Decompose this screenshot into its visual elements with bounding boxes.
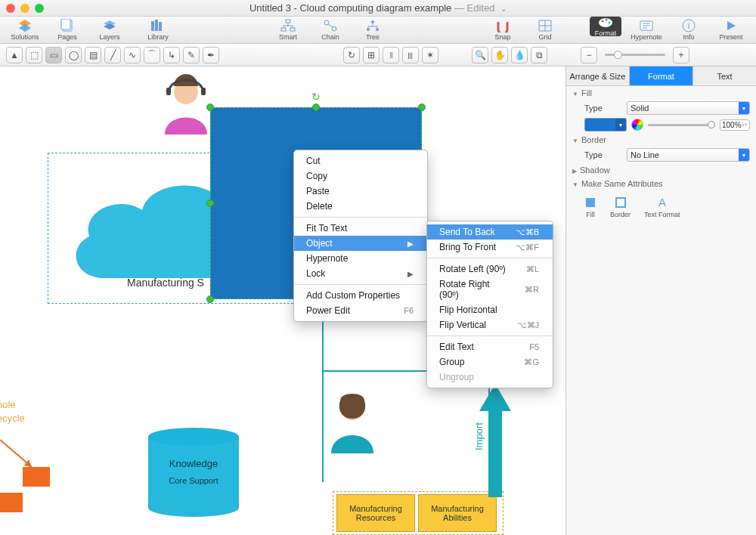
line-tool[interactable]: ╱ xyxy=(104,47,121,63)
zoom-out-icon[interactable]: − xyxy=(581,47,597,63)
layers-button[interactable]: Layers xyxy=(92,19,127,41)
snap-button[interactable]: Snap xyxy=(485,19,520,41)
ellipse-tool[interactable]: ◯ xyxy=(65,47,82,63)
canvas-workspace[interactable]: Manufacturing S ↻ Knowledge Core Support xyxy=(0,66,565,535)
attr-border-button[interactable]: Border xyxy=(610,195,631,218)
distribute-tool[interactable]: ⫼ xyxy=(402,47,419,63)
group-tool[interactable]: ⊞ xyxy=(363,47,380,63)
ctx-bring-to-front[interactable]: Bring To Front⌥⌘F xyxy=(427,240,553,255)
orange-shape[interactable] xyxy=(0,493,23,512)
pages-button[interactable]: Pages xyxy=(50,19,85,41)
exchange-tool[interactable]: ✶ xyxy=(422,47,438,63)
crop-tool[interactable]: ⧉ xyxy=(531,47,547,63)
close-icon[interactable] xyxy=(6,4,15,13)
resize-handle[interactable] xyxy=(312,104,320,111)
present-button[interactable]: Present xyxy=(714,19,748,41)
ctx-flip-vertical[interactable]: Flip Vertical⌥⌘J xyxy=(427,317,553,332)
connector-tool[interactable]: ↳ xyxy=(163,47,180,63)
tab-text[interactable]: Text xyxy=(693,66,756,85)
ctx-group[interactable]: Group⌘G xyxy=(427,354,553,370)
spline-tool[interactable]: ∿ xyxy=(124,47,141,63)
svg-rect-27 xyxy=(201,88,206,95)
section-border[interactable]: Border xyxy=(566,133,756,147)
rotate-handle-icon[interactable]: ↻ xyxy=(311,91,322,101)
manufacturing-abilities-box[interactable]: Manufacturing Abilities xyxy=(418,494,497,532)
ctx-edit-text[interactable]: Edit TextF5 xyxy=(427,339,553,354)
grid-button[interactable]: Grid xyxy=(528,19,562,41)
border-type-select[interactable]: No Line▾ xyxy=(627,148,750,162)
marquee-tool[interactable]: ⬚ xyxy=(26,47,42,63)
info-button[interactable]: iInfo xyxy=(671,19,706,41)
window-controls xyxy=(6,4,44,13)
zoom-slider[interactable] xyxy=(605,54,665,56)
chevron-down-icon: ▾ xyxy=(615,119,626,131)
fill-type-select[interactable]: Solid▾ xyxy=(627,101,750,115)
person-icon[interactable] xyxy=(324,387,381,453)
svg-marker-5 xyxy=(104,23,116,29)
ctx-copy[interactable]: Copy xyxy=(294,169,427,184)
pen-tool[interactable]: ✒ xyxy=(203,47,219,63)
minimize-icon[interactable] xyxy=(20,4,29,13)
ctx-cut[interactable]: Cut xyxy=(294,153,427,169)
svg-marker-24 xyxy=(727,21,736,30)
resize-handle[interactable] xyxy=(418,104,426,111)
chevron-right-icon: ▶ xyxy=(407,240,414,248)
chevron-down-icon: ▾ xyxy=(739,102,749,114)
attr-fill-button[interactable]: Fill xyxy=(584,195,596,218)
smart-button[interactable]: Smart xyxy=(271,19,305,41)
attr-text-button[interactable]: AText Format xyxy=(644,195,680,218)
svg-rect-11 xyxy=(290,28,295,31)
resize-handle[interactable] xyxy=(206,295,214,303)
rotate-tool[interactable]: ↻ xyxy=(343,47,360,63)
fill-type-label: Type xyxy=(584,104,622,113)
color-wheel-icon[interactable] xyxy=(631,119,643,131)
svg-marker-1 xyxy=(19,24,31,32)
svg-rect-8 xyxy=(159,22,162,31)
chain-button[interactable]: Chain xyxy=(313,19,348,41)
ctx-send-to-back[interactable]: Send To Back⌥⌘B xyxy=(427,224,553,240)
hand-tool[interactable]: ✋ xyxy=(491,47,508,63)
section-make-same[interactable]: Make Same Attributes xyxy=(566,177,756,190)
manufacturing-resources-box[interactable]: Manufacturing Resources xyxy=(336,494,415,532)
solutions-button[interactable]: Solutions xyxy=(8,19,42,41)
ctx-add-custom-properties[interactable]: Add Custom Properties xyxy=(294,288,427,303)
support-agent-icon[interactable] xyxy=(156,71,216,135)
section-shadow[interactable]: Shadow xyxy=(566,163,756,177)
ctx-rotate-right[interactable]: Rotate Right (90º)⌘R xyxy=(427,277,553,302)
pencil-tool[interactable]: ✎ xyxy=(183,47,200,63)
ctx-lock[interactable]: Lock▶ xyxy=(294,266,427,281)
inspector-tabs: Arrange & Size Format Text xyxy=(566,66,756,86)
ctx-rotate-left[interactable]: Rotate Left (90º)⌘L xyxy=(427,261,553,277)
ctx-power-edit[interactable]: Power EditF6 xyxy=(294,303,427,318)
ctx-object[interactable]: Object▶ xyxy=(294,236,427,251)
hypernote-button[interactable]: Hypernote xyxy=(629,19,664,41)
text-tool[interactable]: ▤ xyxy=(85,47,101,63)
tab-format[interactable]: Format xyxy=(630,66,693,85)
rectangle-tool[interactable]: ▭ xyxy=(45,47,62,63)
resize-handle[interactable] xyxy=(206,199,214,207)
library-button[interactable]: Library xyxy=(141,19,175,41)
fill-color-swatch[interactable]: ▾ xyxy=(584,118,627,131)
align-tool[interactable]: ⫴ xyxy=(383,47,399,63)
ctx-hypernote[interactable]: Hypernote xyxy=(294,251,427,266)
opacity-slider[interactable] xyxy=(648,124,715,126)
maximize-icon[interactable] xyxy=(35,4,44,13)
database-cylinder[interactable]: Knowledge Core Support xyxy=(148,428,239,517)
svg-point-19 xyxy=(606,18,608,20)
ctx-fit-to-text[interactable]: Fit To Text xyxy=(294,221,427,236)
pointer-tool[interactable]: ▲ xyxy=(6,47,23,63)
zoom-in-icon[interactable]: + xyxy=(673,47,689,63)
ctx-delete[interactable]: Delete xyxy=(294,199,427,214)
ctx-paste[interactable]: Paste xyxy=(294,184,427,199)
opacity-value[interactable]: 100%▵▿ xyxy=(720,119,750,131)
arc-tool[interactable]: ⌒ xyxy=(144,47,160,63)
format-button[interactable]: Format xyxy=(590,17,621,36)
tree-button[interactable]: Tree xyxy=(355,19,390,41)
section-fill[interactable]: Fill xyxy=(566,86,756,100)
zoom-tool[interactable]: 🔍 xyxy=(472,47,488,63)
eyedropper-tool[interactable]: 💧 xyxy=(511,47,528,63)
chevron-down-icon[interactable]: ⌄ xyxy=(500,5,507,13)
document-title: Untitled 3 - Cloud computing diagram exa… xyxy=(249,2,451,14)
ctx-flip-horizontal[interactable]: Flip Horizontal xyxy=(427,302,553,317)
tab-arrange[interactable]: Arrange & Size xyxy=(566,66,630,85)
